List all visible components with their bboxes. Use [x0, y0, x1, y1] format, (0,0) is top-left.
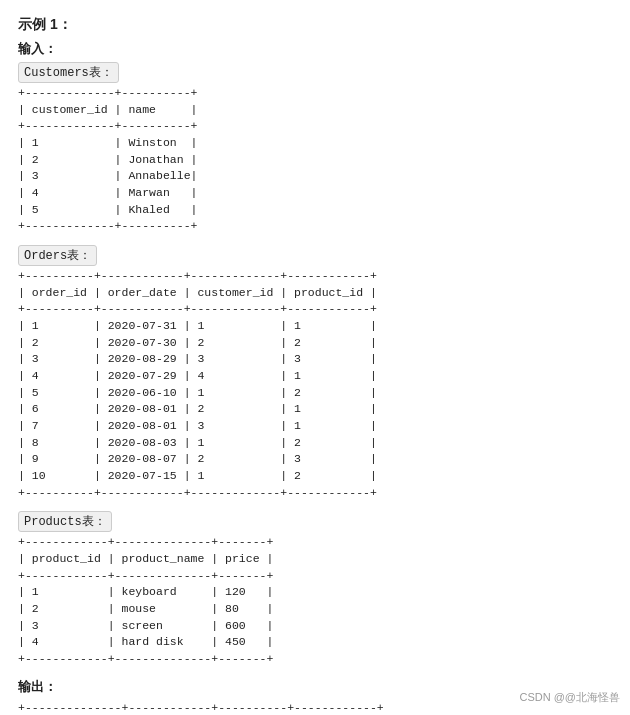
products-label: Products表： — [18, 511, 112, 532]
customers-table: +-------------+----------+ | customer_id… — [18, 85, 612, 235]
customers-block: Customers表： +-------------+----------+ |… — [18, 62, 612, 235]
orders-label: Orders表： — [18, 245, 97, 266]
orders-block: Orders表： +----------+------------+------… — [18, 245, 612, 501]
section-title: 示例 1： — [18, 16, 612, 34]
products-block: Products表： +------------+--------------+… — [18, 511, 612, 667]
input-label: 输入： — [18, 40, 612, 58]
customers-label: Customers表： — [18, 62, 119, 83]
products-table: +------------+--------------+-------+ | … — [18, 534, 612, 667]
watermark: CSDN @@北海怪兽 — [519, 690, 620, 705]
orders-table: +----------+------------+-------------+-… — [18, 268, 612, 501]
